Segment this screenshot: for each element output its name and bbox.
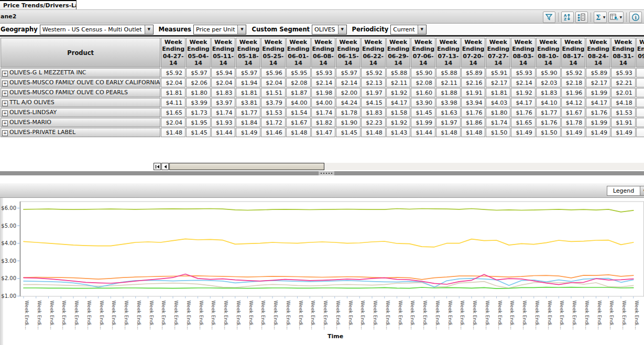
column-header-week[interactable]: Week Ending 08-10-14 — [536, 38, 561, 68]
price-cell: $4.11 — [161, 98, 185, 107]
layout-button[interactable]: ▼ — [608, 12, 624, 23]
column-header-week[interactable]: Week Ending 08-31-14 — [611, 38, 636, 68]
price-cell: $3.98 — [436, 98, 461, 107]
x-tick-label: Week Endi... — [472, 301, 477, 330]
column-header-week[interactable]: Week Ending 09-07-14 — [636, 38, 644, 68]
expand-icon[interactable]: + — [2, 120, 8, 126]
x-tick-label: Week Endi... — [597, 301, 602, 330]
price-cell: $4.24 — [336, 98, 361, 107]
expand-icon[interactable]: + — [2, 110, 8, 116]
price-cell: $5.8 — [636, 68, 644, 77]
totals-button[interactable]: Σ ▼ — [594, 12, 607, 23]
column-header-week[interactable]: Week Ending 06-22-14 — [361, 38, 386, 68]
column-header-week[interactable]: Week Ending 06-01-14 — [286, 38, 311, 68]
x-tick-label: Week Endi... — [460, 301, 465, 330]
price-cell: $1.60 — [411, 88, 435, 97]
product-cell[interactable]: +OLIVES-MUSCO FAMILY OLIVE CO EARLY CALI… — [1, 78, 160, 87]
price-cell: $1.77 — [536, 108, 561, 117]
scroll-home-button[interactable] — [154, 163, 161, 170]
tab-title: Price Trends/Drivers-Lat... — [3, 2, 77, 9]
column-header-week[interactable]: Week Ending 05-04-14 — [186, 38, 211, 68]
column-header-week[interactable]: Week Ending 05-18-14 — [236, 38, 260, 68]
product-cell[interactable]: +OLIVES-MARIO — [1, 118, 160, 127]
horizontal-scrollbar[interactable] — [154, 163, 644, 170]
control-label-periodicity: Periodicity — [352, 26, 389, 33]
product-cell[interactable]: +TTL A/O OLIVES — [1, 98, 160, 107]
price-cell: $2.04 — [211, 78, 236, 87]
price-cell: $1.44 — [211, 128, 236, 137]
column-header-week[interactable]: Week Ending 06-15-14 — [336, 38, 361, 68]
price-cell: $1.48 — [161, 128, 185, 137]
x-tick-label: Week Endi... — [298, 301, 303, 330]
toolbar-separator — [626, 13, 627, 22]
price-cell: $1.4 — [636, 128, 644, 137]
column-header-week[interactable]: Week Ending 08-24-14 — [586, 38, 610, 68]
x-tick-label: Week Endi... — [161, 301, 166, 330]
price-cell: $1.65 — [161, 108, 185, 117]
select-measures-icon: ✱ ✱ ✱ — [577, 13, 585, 21]
select-measures-button[interactable]: ✱ ✱ ✱ — [575, 12, 588, 23]
column-header-week[interactable]: Week Ending 07-20-14 — [461, 38, 486, 68]
splitter-grip[interactable] — [319, 171, 334, 175]
dropdown-measures[interactable]: Price per Unit▼ — [193, 25, 247, 35]
price-cell: $5.97 — [236, 68, 260, 77]
price-cell: $1.81 — [236, 88, 260, 97]
price-cell: $1.48 — [436, 128, 461, 137]
pane-splitter — [0, 171, 644, 175]
column-header-week[interactable]: Week Ending 04-27-14 — [161, 38, 185, 68]
control-label-measures: Measures — [159, 26, 191, 33]
column-header-week[interactable]: Week Ending 08-03-14 — [511, 38, 536, 68]
x-tick-label: Week Endi... — [547, 301, 552, 330]
x-tick-label: Week Endi... — [248, 301, 254, 330]
column-header-week[interactable]: Week Ending 07-13-14 — [436, 38, 461, 68]
product-cell[interactable]: +OLIVES-LINDSAY — [1, 108, 160, 117]
price-cell: $1.74 — [211, 108, 236, 117]
dropdown-geography[interactable]: Western - US Census - Multi Outlet▼ — [40, 25, 154, 35]
price-cell: $1.81 — [486, 88, 510, 97]
price-cell: $1.99 — [586, 118, 610, 127]
expand-icon[interactable]: + — [2, 130, 8, 136]
layout-grid-icon — [610, 13, 618, 21]
column-header-product[interactable]: Product — [1, 38, 160, 68]
expand-icon[interactable]: + — [2, 91, 8, 96]
price-cell: $3.81 — [236, 98, 260, 107]
price-cell: $1.58 — [386, 108, 411, 117]
sort-items-button[interactable]: A Z — [561, 12, 574, 23]
dropdown-periodicity[interactable]: Current▼ — [390, 25, 426, 35]
information-button[interactable]: i — [629, 12, 642, 23]
x-tick-label: Week Endi... — [99, 301, 104, 330]
column-header-week[interactable]: Week Ending 05-25-14 — [261, 38, 286, 68]
column-header-week[interactable]: Week Ending 06-29-14 — [386, 38, 411, 68]
price-cell: $1.83 — [361, 108, 386, 117]
dropdown-custom-segment[interactable]: OLIVES▼ — [312, 25, 347, 35]
column-header-week[interactable]: Week Ending 06-08-14 — [311, 38, 336, 68]
price-cell: $1.83 — [536, 88, 561, 97]
product-cell[interactable]: +OLIVES-MUSCO FAMILY OLIVE CO PEARLS — [1, 88, 160, 97]
x-tick-label: Week Endi... — [522, 301, 527, 330]
product-cell[interactable]: +OLIVES-G L MEZZETTA INC — [1, 68, 160, 77]
expand-icon[interactable]: + — [2, 71, 8, 76]
x-tick-label: Week Endi... — [236, 301, 241, 330]
scroll-left-button[interactable] — [161, 163, 169, 170]
price-cell: $5.93 — [611, 68, 636, 77]
column-header-week[interactable]: Week Ending 07-27-14 — [486, 38, 510, 68]
legend-dropdown[interactable]: Legend ▼ — [607, 186, 644, 196]
filter-button[interactable] — [543, 12, 555, 23]
chevron-down-icon: ▼ — [640, 186, 644, 196]
price-cell: $1.76 — [536, 118, 561, 127]
dropdown-value: Price per Unit — [194, 25, 238, 34]
expand-icon[interactable]: + — [2, 101, 8, 106]
expand-icon[interactable]: + — [2, 81, 8, 86]
price-cell: $1.53 — [261, 108, 286, 117]
column-header-week[interactable]: Week Ending 05-11-14 — [211, 38, 236, 68]
column-header-week[interactable]: Week Ending 08-17-14 — [561, 38, 586, 68]
x-tick-label: Week Endi... — [485, 301, 490, 330]
price-cell: $2.04 — [161, 78, 185, 87]
scrollbar-thumb[interactable] — [169, 163, 324, 170]
product-cell[interactable]: +OLIVES-PRIVATE LABEL — [1, 128, 160, 137]
toolbar: A Z ✱ ✱ ✱ — [543, 11, 642, 23]
tab-price-trends[interactable]: Price Trends/Drivers-Lat... — [0, 0, 77, 9]
product-name: OLIVES-MARIO — [9, 119, 51, 126]
column-header-week[interactable]: Week Ending 07-06-14 — [411, 38, 435, 68]
price-cell: $1.76 — [461, 108, 486, 117]
